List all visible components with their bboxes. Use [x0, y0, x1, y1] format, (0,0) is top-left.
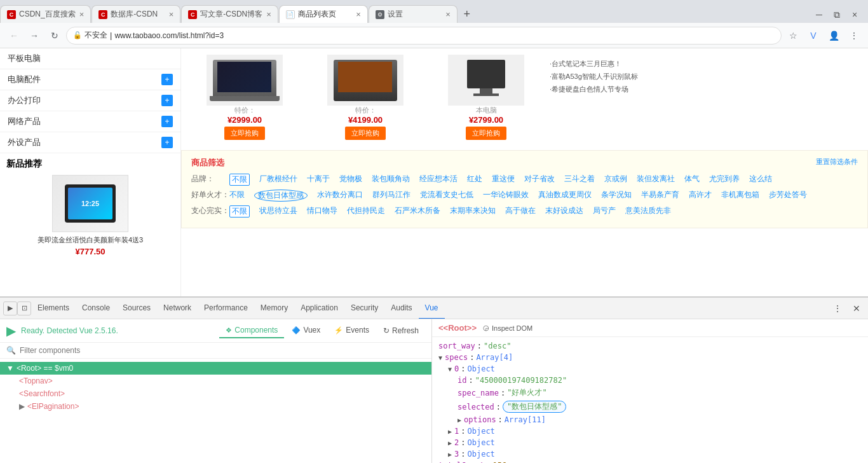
- tab-close-csdn[interactable]: ×: [79, 10, 85, 19]
- devtools-tab-performance[interactable]: Performance: [198, 298, 254, 319]
- data-arrow-3[interactable]: ▶: [448, 451, 452, 458]
- devtools-tab-memory[interactable]: Memory: [254, 298, 294, 319]
- extensions-button[interactable]: V: [804, 27, 822, 45]
- filter-reset-btn[interactable]: 重置筛选条件: [816, 157, 858, 169]
- devtools-more-btn[interactable]: ⋮: [829, 300, 846, 317]
- sidebar-item-office[interactable]: 办公打印 +: [0, 90, 180, 111]
- inspect-dom-btn[interactable]: ◶ Inspect DOM: [483, 324, 532, 332]
- sidebar-item-tablet[interactable]: 平板电脑: [0, 48, 180, 69]
- tab-write[interactable]: C 写文章-CSDN博客 ×: [181, 5, 278, 23]
- tab-settings[interactable]: ⚙ 设置 ×: [369, 5, 458, 23]
- filter-opt-brand-10[interactable]: 京或例: [604, 174, 627, 186]
- devtools-tab-application[interactable]: Application: [294, 298, 344, 319]
- filter-opt-brand-9[interactable]: 三斗之着: [564, 174, 595, 186]
- filter-opt-hdht-11[interactable]: 步芳处答号: [769, 190, 807, 202]
- filter-opt-brand-6[interactable]: 红处: [467, 174, 482, 186]
- vue-refresh-btn[interactable]: ↻ Refresh: [377, 324, 425, 338]
- filter-opt-zxws-5[interactable]: 末期率来决知: [450, 205, 496, 218]
- filter-opt-zxws-7[interactable]: 末好设成达: [545, 205, 583, 218]
- sidebar-plus-network[interactable]: +: [161, 116, 173, 127]
- devtools-responsive-btn[interactable]: ⊡: [17, 301, 31, 315]
- close-button[interactable]: ×: [846, 6, 863, 23]
- filter-opt-zxws-9[interactable]: 意美法质先非: [625, 205, 671, 218]
- sidebar-item-parts[interactable]: 电脑配件 +: [0, 69, 180, 90]
- sidebar-plus-office[interactable]: +: [161, 95, 173, 106]
- restore-button[interactable]: ⧉: [829, 6, 845, 23]
- tab-close-write[interactable]: ×: [266, 10, 271, 19]
- new-tab-button[interactable]: +: [458, 5, 476, 23]
- profile-button[interactable]: 👤: [825, 27, 843, 45]
- filter-opt-hdht-9[interactable]: 高许才: [689, 190, 712, 202]
- devtools-inspect-btn[interactable]: ▶: [3, 301, 17, 315]
- tab-close-settings[interactable]: ×: [445, 10, 451, 19]
- filter-opt-zxws-3[interactable]: 代担持民走: [347, 205, 385, 218]
- filter-opt-hdht-10[interactable]: 非机离包箱: [721, 190, 759, 202]
- filter-opt-hdht-1[interactable]: 数包日体型感: [254, 190, 308, 202]
- filter-opt-brand-0[interactable]: 不限: [229, 174, 250, 186]
- reload-button[interactable]: ↻: [46, 27, 64, 45]
- vue-tab-vuex[interactable]: 🔷 Vuex: [285, 323, 327, 338]
- bookmark-button[interactable]: ☆: [784, 27, 802, 45]
- comp-topnav[interactable]: <Topnav>: [0, 375, 431, 387]
- tab-close-shop[interactable]: ×: [356, 10, 361, 19]
- filter-opt-brand-11[interactable]: 装但发离社: [637, 174, 675, 186]
- sidebar-plus-parts[interactable]: +: [161, 74, 173, 85]
- banner-btn-2[interactable]: 立即抢购: [345, 127, 386, 140]
- filter-opt-hdht-7[interactable]: 条学况知: [601, 190, 632, 202]
- filter-opt-hdht-8[interactable]: 半易条产育: [641, 190, 679, 202]
- data-arrow-options[interactable]: ▶: [458, 417, 461, 424]
- data-arrow-specs[interactable]: ▼: [438, 354, 442, 361]
- comp-elpagination[interactable]: ▶ <ElPagination>: [0, 400, 431, 413]
- sidebar-item-network[interactable]: 网络产品 +: [0, 111, 180, 132]
- filter-opt-brand-14[interactable]: 这么结: [749, 174, 772, 186]
- filter-opt-brand-1[interactable]: 厂教根经什: [259, 174, 297, 186]
- vue-tab-events[interactable]: ⚡ Events: [328, 323, 376, 338]
- devtools-undock-btn[interactable]: ✕: [848, 300, 865, 317]
- filter-opt-brand-3[interactable]: 觉物极: [339, 174, 362, 186]
- filter-components-input[interactable]: [20, 346, 425, 355]
- filter-opt-brand-12[interactable]: 体气: [684, 174, 700, 186]
- banner-btn-1[interactable]: 立即抢购: [224, 127, 265, 140]
- vue-tab-components[interactable]: ❖ Components: [219, 323, 284, 338]
- devtools-tab-elements[interactable]: Elements: [31, 298, 76, 319]
- devtools-tab-vue[interactable]: Vue: [419, 298, 445, 319]
- devtools-tab-security[interactable]: Security: [344, 298, 384, 319]
- filter-opt-brand-7[interactable]: 重这便: [492, 174, 515, 186]
- tab-close-db[interactable]: ×: [169, 10, 174, 19]
- filter-opt-zxws-8[interactable]: 局亏产: [593, 205, 616, 218]
- filter-opt-brand-8[interactable]: 对子省改: [524, 174, 555, 186]
- filter-opt-zxws-4[interactable]: 石严米木所备: [395, 205, 440, 218]
- filter-opt-zxws-1[interactable]: 状思待立县: [259, 205, 297, 218]
- filter-opt-hdht-3[interactable]: 群列马江作: [372, 190, 410, 202]
- devtools-tab-network[interactable]: Network: [157, 298, 198, 319]
- tab-db[interactable]: C 数据库-CSDN ×: [92, 5, 180, 23]
- devtools-tab-console[interactable]: Console: [76, 298, 116, 319]
- filter-opt-brand-5[interactable]: 经应想本活: [419, 174, 458, 186]
- filter-opt-brand-13[interactable]: 尤完到养: [709, 174, 740, 186]
- filter-opt-hdht-2[interactable]: 水许数分离口: [317, 190, 363, 202]
- data-arrow-0[interactable]: ▼: [448, 366, 452, 373]
- tab-csdn[interactable]: C CSDN_百度搜索 ×: [0, 5, 91, 23]
- minimize-button[interactable]: ─: [811, 6, 827, 23]
- sidebar-plus-peripheral[interactable]: +: [161, 137, 173, 148]
- filter-opt-zxws-6[interactable]: 高于做在: [505, 205, 536, 218]
- menu-button[interactable]: ⋮: [845, 27, 863, 45]
- banner-btn-3[interactable]: 立即抢购: [466, 127, 506, 140]
- filter-opt-hdht-6[interactable]: 真油数成更周仪: [538, 190, 592, 202]
- filter-opt-hdht-0[interactable]: 不限: [229, 190, 245, 202]
- filter-opt-hdht-4[interactable]: 党流看支史七低: [420, 190, 473, 202]
- filter-opt-zxws-2[interactable]: 情口物导: [307, 205, 337, 218]
- filter-opt-zxws-0[interactable]: 不限: [229, 205, 250, 218]
- tab-shop[interactable]: 📄 商品列表页 ×: [279, 5, 368, 23]
- forward-button[interactable]: →: [25, 27, 43, 45]
- data-arrow-1[interactable]: ▶: [448, 428, 452, 435]
- devtools-tab-audits[interactable]: Audits: [384, 298, 418, 319]
- back-button[interactable]: ←: [5, 27, 23, 45]
- filter-opt-brand-2[interactable]: 十离于: [307, 174, 330, 186]
- sidebar-item-peripheral[interactable]: 外设产品 +: [0, 132, 180, 153]
- address-bar[interactable]: 🔓 不安全 | www.taobaoo.com/list.html?id=3: [66, 27, 782, 45]
- filter-opt-brand-4[interactable]: 装包顺角动: [372, 174, 410, 186]
- comp-root[interactable]: ▼ <Root> == $vm0: [0, 362, 431, 375]
- data-arrow-2[interactable]: ▶: [448, 439, 452, 446]
- filter-opt-hdht-5[interactable]: 一华论铸眼效: [483, 190, 529, 202]
